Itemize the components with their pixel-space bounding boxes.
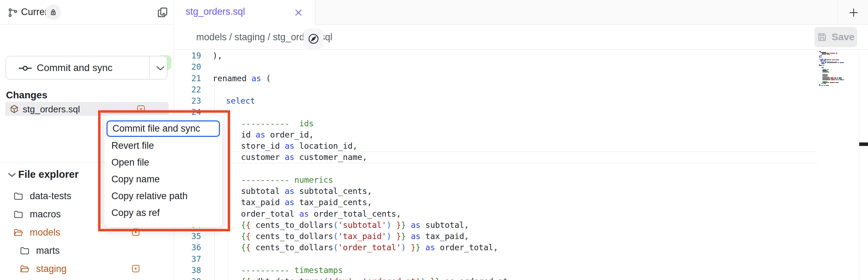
copy-branch-button[interactable] [156,5,170,19]
view-lineage-button[interactable] [303,29,324,49]
code-editor[interactable]: 19),2021renamed as (2223select2425------… [174,50,868,280]
folder-icon [13,191,23,201]
tab-stg-orders[interactable]: stg_orders.sql [174,0,315,25]
scrollbar-handle[interactable] [859,142,868,146]
code-line-35: {{ cents_to_dollars('tax_paid') }} as ta… [241,231,469,242]
lock-icon [49,8,57,17]
code-line-38: ---------- timestamps [241,265,343,276]
line-number: 39 [174,276,201,280]
folder-label: models [30,227,60,238]
branch-bar: Current [0,0,174,25]
line-number: 38 [174,265,201,276]
close-icon [294,8,303,17]
compass-icon [307,33,320,45]
close-tab-button[interactable] [293,7,304,18]
code-line-39: {{ dbt.date_trunc('day', 'ordered_at') }… [241,276,513,280]
chevron-down-icon [8,172,16,178]
minimap-divider [859,50,859,280]
commit-icon [18,64,33,72]
folder-label: staging [36,264,67,274]
branch-lock-badge [46,5,61,20]
folder-open-icon [13,227,23,238]
commit-options-caret[interactable] [156,65,165,71]
file-context-menu: Commit file and syncRevert fileOpen file… [104,115,222,227]
code-line-31: subtotal as subtotal_cents, [241,186,372,197]
changes-section-label: Changes [6,90,47,101]
version-control-header[interactable]: Version control 1 [0,25,174,51]
line-number: 22 [174,84,201,96]
line-number: 21 [174,73,201,84]
code-line-19: ), [213,50,222,62]
changed-file-row[interactable]: stg_orders.sql [5,102,168,116]
menu-item-copy-relative-path[interactable]: Copy relative path [104,188,222,204]
code-line-25: ---------- ids [241,118,314,130]
split-button-divider [149,56,150,79]
code-line-36: {{ cents_to_dollars('order_total') }} as… [241,242,498,253]
code-line-26: id as order_id, [241,129,314,141]
plus-icon [848,7,859,18]
code-line-28: customer as customer_name, [241,152,367,163]
new-tab-button[interactable] [847,6,861,20]
modified-indicator-icon [132,229,139,236]
commit-and-sync-button[interactable]: Commit and sync [6,56,167,79]
code-line-23: select [226,95,255,107]
folder-label: macros [30,209,61,220]
folder-open-icon [20,264,30,274]
folder-icon [13,209,23,219]
line-number: 20 [174,61,201,73]
save-button[interactable]: Save [814,27,857,47]
folder-label: data-tests [30,191,71,202]
breadcrumb-bar: models / staging / stg_orders.sql Save [174,25,868,50]
code-line-33: order_total as order_total_cents, [241,208,401,220]
code-line-32: tax_paid as tax_paid_cents, [241,197,372,208]
line-number: 35 [174,231,201,242]
changed-file-name: stg_orders.sql [23,104,80,115]
sidebar-item-marts[interactable]: marts [0,241,174,260]
modified-indicator-icon [132,265,139,272]
menu-item-commit-file-and-sync[interactable]: Commit file and sync [106,120,220,137]
line-number: 19 [174,50,201,62]
file-explorer-title: File explorer [18,169,78,180]
minimap[interactable] [819,51,850,86]
copy-icon [157,6,168,19]
tab-bar: stg_orders.sql [174,0,868,25]
line-number: 37 [174,253,201,265]
folder-label: marts [36,245,60,256]
menu-item-copy-as-ref[interactable]: Copy as ref [104,204,222,221]
menu-item-revert-file[interactable]: Revert file [104,137,222,154]
modified-indicator-icon [137,105,145,113]
save-icon [817,32,827,42]
model-cube-icon [9,104,19,114]
line-number: 23 [174,95,201,107]
folder-icon [20,246,30,256]
menu-item-copy-name[interactable]: Copy name [104,171,222,188]
dbt-ide-app: Current Version control 1 [0,0,868,280]
tabbar-divider [837,0,838,24]
code-line-21: renamed as ( [213,73,271,84]
sidebar-item-staging[interactable]: staging [0,260,174,278]
git-branch-icon [8,7,18,18]
tab-label: stg_orders.sql [186,6,245,17]
indent-guide [228,106,228,280]
commit-and-sync-label: Commit and sync [37,62,112,74]
menu-item-open-file[interactable]: Open file [104,154,222,171]
line-number: 36 [174,242,201,253]
save-label: Save [832,31,854,43]
code-line-30: ---------- numerics [241,174,333,186]
code-line-27: store_id as location_id, [241,140,357,152]
code-line-34: {{ cents_to_dollars('subtotal') }} as su… [241,219,469,231]
